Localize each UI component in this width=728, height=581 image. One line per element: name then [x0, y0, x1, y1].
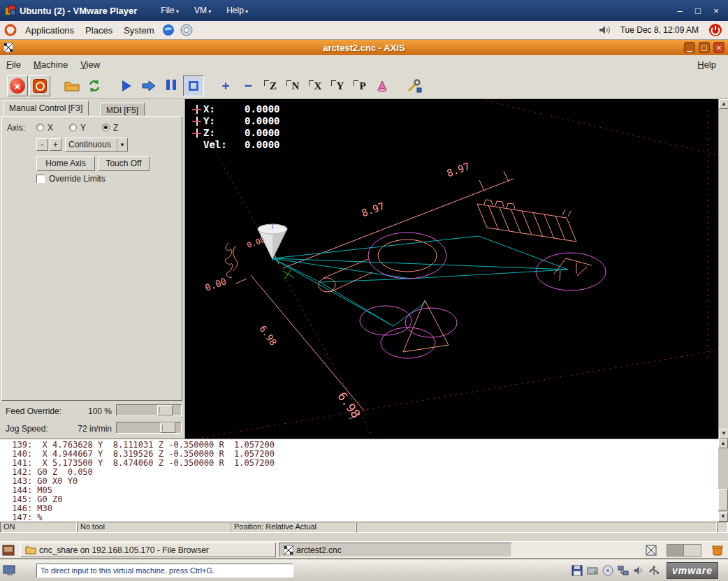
usb-icon[interactable]: [648, 565, 660, 576]
gnome-menu-system[interactable]: System: [118, 22, 159, 38]
jog-speed-slider[interactable]: [116, 422, 182, 434]
open-file-button[interactable]: [61, 75, 82, 96]
gcode-line[interactable]: 143: G0 X0 Y0: [7, 477, 718, 486]
tab-manual-control[interactable]: Manual Control [F3]: [3, 101, 89, 116]
axis-statusbar: ON No tool Position: Relative Actual: [0, 522, 728, 533]
radio-axis-z[interactable]: [102, 124, 110, 131]
feed-override-slider[interactable]: [116, 404, 182, 416]
workspace-1[interactable]: [667, 545, 684, 556]
vm-screen-icon[interactable]: [3, 565, 15, 576]
volume-icon[interactable]: [598, 24, 611, 36]
jog-speed-slider-handle[interactable]: [160, 422, 175, 433]
panel-clock[interactable]: Tue Dec 8, 12:09 AM: [620, 25, 699, 35]
jog-plus-button[interactable]: +: [50, 138, 61, 151]
taskbar-window-filebrowser[interactable]: cnc_share on 192.168.105.170 - File Brow…: [20, 543, 276, 557]
vmware-maximize-icon[interactable]: □: [692, 4, 704, 17]
scroll-up-icon[interactable]: [718, 439, 728, 448]
show-desktop-icon[interactable]: [2, 544, 15, 557]
preview-area[interactable]: X:0.0000 Y:0.0000 Z:0.0000 Vel:0.0000 8.…: [185, 99, 718, 439]
resize-grip[interactable]: [717, 522, 728, 533]
taskbar-window-axis[interactable]: arctest2.cnc: [279, 543, 512, 557]
home-axis-button[interactable]: Home Axis: [36, 156, 95, 171]
view-top-button[interactable]: Z: [260, 75, 281, 96]
step-program-button[interactable]: [138, 75, 159, 96]
vmware-close-icon[interactable]: ×: [710, 4, 722, 17]
axis-window-title: arctest2.cnc - AXIS: [0, 43, 728, 53]
vmware-minimize-icon[interactable]: –: [674, 4, 686, 17]
zoom-out-icon: [244, 78, 252, 94]
manual-control-panel: Manual Control [F3] MDI [F5] Axis: X Y Z…: [0, 99, 185, 439]
touch-off-button[interactable]: Touch Off: [98, 156, 150, 171]
cdrom-icon[interactable]: [602, 565, 613, 576]
tool-touchoff-button[interactable]: [404, 75, 425, 96]
radio-axis-y[interactable]: [69, 124, 77, 131]
gcode-line[interactable]: 142: G0 Z 0.050: [7, 468, 718, 477]
vmware-menu-help[interactable]: Help: [221, 3, 254, 17]
status-tool: No tool: [77, 522, 231, 533]
override-limits-checkbox[interactable]: [36, 175, 45, 183]
axis-menu-machine[interactable]: Machine: [27, 56, 74, 73]
radio-axis-x-label: X: [48, 123, 53, 133]
zoom-in-button[interactable]: [215, 75, 236, 96]
harddisk-icon[interactable]: [587, 565, 598, 576]
gcode-scrollbar[interactable]: [718, 439, 728, 522]
gnome-menu-applications[interactable]: Applications: [20, 22, 80, 38]
jog-minus-button[interactable]: -: [36, 138, 48, 151]
feed-override-slider-handle[interactable]: [157, 405, 173, 415]
folder-icon: [25, 545, 36, 554]
view-rotated-top-button[interactable]: N: [282, 75, 303, 96]
gcode-line[interactable]: 145: G0 Z0: [7, 495, 718, 504]
axis-label: Axis:: [7, 123, 25, 133]
view-side-button[interactable]: X: [305, 75, 326, 96]
browser-launcher-icon[interactable]: [162, 24, 175, 36]
view-front-button[interactable]: Y: [327, 75, 348, 96]
gcode-line[interactable]: 144: M05: [7, 486, 718, 495]
gcode-listing[interactable]: 139: X 4.763628 Y 8.111031 Z -0.350000 R…: [0, 439, 718, 522]
vmware-menu-file[interactable]: File: [155, 3, 184, 17]
vmware-menu-vm[interactable]: VM: [189, 3, 217, 17]
rotate-view-button[interactable]: [372, 75, 393, 96]
jog-mode-dropdown[interactable]: Continuous: [65, 138, 128, 152]
dro-readout: X:0.0000 Y:0.0000 Z:0.0000 Vel:0.0000: [192, 103, 280, 151]
workspace-switcher[interactable]: [667, 544, 701, 557]
vmware-titlebar: Ubuntu (2) - VMware Player File VM Help …: [0, 0, 728, 21]
preview-scrollbar[interactable]: [718, 99, 728, 439]
network-icon[interactable]: [618, 565, 629, 576]
zoom-out-button[interactable]: [238, 75, 259, 96]
scroll-down-icon[interactable]: [718, 512, 728, 522]
scrollbar-thumb[interactable]: [718, 489, 728, 510]
gcode-line[interactable]: 141: X 5.173500 Y 8.474060 Z -0.350000 R…: [7, 459, 718, 468]
dro-x-row: X:0.0000: [192, 103, 280, 115]
tray-axis-icon[interactable]: [646, 545, 657, 556]
stop-program-button[interactable]: [183, 75, 204, 96]
machine-power-button[interactable]: [29, 75, 50, 96]
radio-axis-y-label: Y: [80, 123, 86, 133]
view-perspective-button[interactable]: P: [349, 75, 370, 96]
scroll-up-icon[interactable]: [719, 99, 728, 109]
radio-axis-x[interactable]: [36, 124, 44, 131]
axis-maximize-icon[interactable]: ▢: [699, 42, 710, 53]
dro-vel-row: Vel:0.0000: [192, 139, 280, 151]
reload-file-button[interactable]: [84, 75, 105, 96]
help-launcher-icon[interactable]: [180, 24, 193, 36]
step-arrow-icon: [142, 80, 156, 91]
trash-icon[interactable]: [711, 544, 724, 557]
gcode-line[interactable]: 146: M30: [7, 504, 718, 513]
sound-icon[interactable]: [633, 565, 644, 576]
axis-menu-file[interactable]: File: [0, 56, 27, 73]
gnome-menu-places[interactable]: Places: [80, 22, 118, 38]
floppy-icon[interactable]: [572, 565, 583, 576]
pause-program-button[interactable]: [161, 75, 182, 96]
tab-mdi[interactable]: MDI [F5]: [100, 103, 145, 116]
axis-menu-help[interactable]: Help: [691, 56, 722, 73]
ubuntu-logo-icon[interactable]: [4, 24, 17, 36]
workspace-2[interactable]: [684, 545, 701, 556]
axis-menu-view[interactable]: View: [74, 56, 106, 73]
scroll-down-icon[interactable]: [719, 429, 728, 439]
axis-titlebar[interactable]: arctest2.cnc - AXIS ▁ ▢ ✕: [0, 40, 728, 55]
logout-power-icon[interactable]: [708, 23, 722, 37]
run-program-button[interactable]: [116, 75, 137, 96]
estop-button[interactable]: [7, 75, 28, 96]
axis-minimize-icon[interactable]: ▁: [684, 42, 695, 53]
axis-close-icon[interactable]: ✕: [713, 42, 725, 53]
